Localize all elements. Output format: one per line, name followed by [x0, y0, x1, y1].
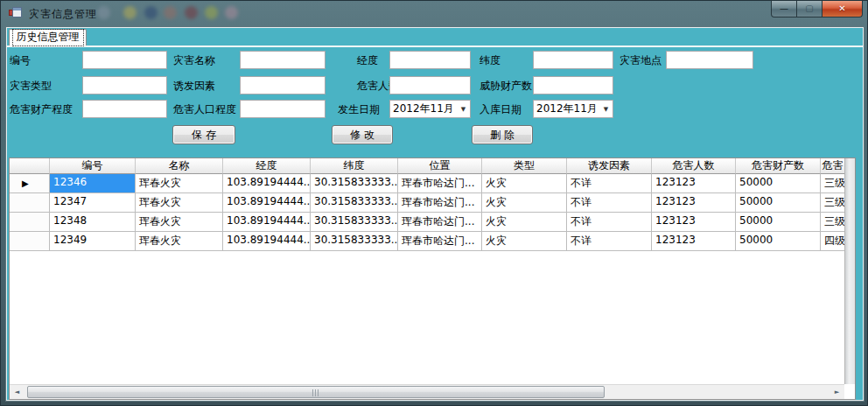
vertical-scrollbar[interactable]	[844, 158, 855, 384]
row-selector[interactable]: ▶	[10, 174, 50, 193]
cell-property[interactable]: 50000	[736, 193, 821, 213]
cell-name[interactable]: 珲春火灾	[136, 193, 223, 213]
cell-number[interactable]: 12349	[50, 232, 136, 251]
window-title: 灾害信息管理	[29, 7, 97, 22]
minimize-button[interactable]: —	[771, 1, 797, 18]
modify-button[interactable]: 修 改	[332, 125, 393, 144]
label-latitude: 纬度	[480, 53, 500, 68]
cell-level[interactable]: 四级	[821, 232, 844, 251]
column-header-location[interactable]: 位置	[398, 158, 482, 174]
column-header-latitude[interactable]: 纬度	[311, 158, 398, 174]
cell-type[interactable]: 火灾	[482, 232, 567, 251]
cell-location[interactable]: 珲春市哈达门...	[398, 213, 482, 232]
grid-header-row: 编号 名称 经度 纬度 位置 类型 诱发因素 危害人数 危害财产数 危害	[10, 158, 844, 174]
population-damage-degree-input[interactable]	[240, 100, 326, 118]
cell-people[interactable]: 123123	[652, 232, 736, 251]
cell-type[interactable]: 火灾	[482, 193, 567, 213]
scroll-left-button[interactable]: ◄	[10, 385, 24, 399]
cell-longitude[interactable]: 103.89194444...	[223, 193, 311, 213]
titlebar[interactable]: 灾害信息管理 — ▢ ✕	[1, 1, 867, 27]
cell-name[interactable]: 珲春火灾	[136, 232, 223, 251]
maximize-button[interactable]: ▢	[797, 1, 822, 18]
chevron-down-icon[interactable]: ▼	[599, 106, 612, 113]
cell-location[interactable]: 珲春市哈达门...	[398, 232, 482, 251]
cell-name[interactable]: 珲春火灾	[136, 174, 223, 193]
cell-latitude[interactable]: 30.315833333...	[311, 193, 398, 213]
minimize-icon: —	[780, 4, 788, 13]
scrollbar-thumb[interactable]	[27, 386, 605, 398]
save-button[interactable]: 保 存	[172, 125, 235, 144]
table-row[interactable]: 12347 珲春火灾 103.89194444... 30.315833333.…	[10, 193, 844, 213]
cell-level[interactable]: 三级	[821, 174, 844, 193]
row-selector[interactable]	[10, 193, 50, 213]
cell-number[interactable]: 12347	[50, 193, 136, 213]
tab-history-info[interactable]: 历史信息管理	[9, 29, 87, 46]
column-header-name[interactable]: 名称	[136, 158, 223, 174]
cell-property[interactable]: 50000	[736, 174, 821, 193]
disaster-type-input[interactable]	[82, 76, 167, 94]
header-selector	[10, 158, 50, 174]
column-header-number[interactable]: 编号	[50, 158, 136, 174]
cell-number[interactable]: 12348	[50, 213, 136, 232]
cell-people[interactable]: 123123	[652, 174, 736, 193]
property-damage-degree-input[interactable]	[82, 100, 167, 118]
cell-property[interactable]: 50000	[736, 213, 821, 232]
cell-longitude[interactable]: 103.89194444...	[223, 213, 311, 232]
number-input[interactable]	[82, 51, 167, 69]
glass-reflection	[123, 6, 136, 19]
close-button[interactable]: ✕	[822, 1, 863, 18]
occurrence-date-dropdown[interactable]: 2012年11月 2日 ▼	[389, 100, 471, 118]
glass-reflection	[144, 6, 158, 19]
threatened-property-input[interactable]	[533, 76, 613, 94]
cell-people[interactable]: 123123	[652, 213, 736, 232]
table-row[interactable]: ▶ 12346 珲春火灾 103.89194444... 30.31583333…	[10, 174, 844, 193]
cell-level[interactable]: 三级	[821, 213, 844, 232]
column-header-property-damage[interactable]: 危害财产数	[736, 158, 821, 174]
inducing-factor-input[interactable]	[240, 76, 326, 94]
cell-latitude[interactable]: 30.315833333...	[311, 213, 398, 232]
cell-factor[interactable]: 不详	[567, 232, 652, 251]
tab-label: 历史信息管理	[12, 29, 84, 46]
table-row[interactable]: 12348 珲春火灾 103.89194444... 30.315833333.…	[10, 213, 844, 232]
cell-number[interactable]: 12346	[50, 174, 136, 193]
row-selector[interactable]	[10, 232, 50, 251]
cell-name[interactable]: 珲春火灾	[136, 213, 223, 232]
column-header-inducing-factor[interactable]: 诱发因素	[567, 158, 652, 174]
column-header-damage-level[interactable]: 危害	[821, 158, 844, 174]
affected-people-input[interactable]	[389, 76, 471, 94]
cell-level[interactable]: 三级	[821, 193, 844, 213]
cell-factor[interactable]: 不详	[567, 174, 652, 193]
cell-longitude[interactable]: 103.89194444...	[223, 232, 311, 251]
grid-content: 编号 名称 经度 纬度 位置 类型 诱发因素 危害人数 危害财产数 危害 ▶ 1…	[10, 158, 844, 384]
latitude-input[interactable]	[533, 51, 613, 69]
cell-latitude[interactable]: 30.315833333...	[311, 174, 398, 193]
scrollbar-track[interactable]	[24, 385, 830, 399]
label-occurrence-date: 发生日期	[338, 102, 380, 117]
table-row[interactable]: 12349 珲春火灾 103.89194444... 30.315833333.…	[10, 232, 844, 251]
disaster-location-input[interactable]	[666, 51, 753, 69]
maximize-icon: ▢	[805, 4, 813, 13]
column-header-longitude[interactable]: 经度	[223, 158, 311, 174]
storage-date-dropdown[interactable]: 2012年11月 2日 ▼	[533, 100, 613, 118]
cell-factor[interactable]: 不详	[567, 213, 652, 232]
cell-people[interactable]: 123123	[652, 193, 736, 213]
cell-property[interactable]: 50000	[736, 232, 821, 251]
cell-type[interactable]: 火灾	[482, 213, 567, 232]
column-header-affected-people[interactable]: 危害人数	[652, 158, 736, 174]
chevron-down-icon[interactable]: ▼	[457, 106, 470, 113]
cell-location[interactable]: 珲春市哈达门...	[398, 174, 482, 193]
client-area: 历史信息管理 编号 灾害名称 经度 纬度 灾害地点 灾害类型 诱发因素 危害人数…	[6, 27, 864, 401]
cell-factor[interactable]: 不详	[567, 193, 652, 213]
scroll-right-button[interactable]: ►	[830, 385, 844, 399]
cell-location[interactable]: 珲春市哈达门...	[398, 193, 482, 213]
cell-type[interactable]: 火灾	[482, 174, 567, 193]
horizontal-scrollbar[interactable]: ◄ ►	[10, 384, 844, 399]
column-header-type[interactable]: 类型	[482, 158, 567, 174]
glass-reflection	[185, 6, 198, 19]
longitude-input[interactable]	[389, 51, 471, 69]
cell-longitude[interactable]: 103.89194444...	[223, 174, 311, 193]
disaster-name-input[interactable]	[240, 51, 326, 69]
delete-button[interactable]: 删 除	[472, 125, 533, 144]
cell-latitude[interactable]: 30.315833333...	[311, 232, 398, 251]
row-selector[interactable]	[10, 213, 50, 232]
